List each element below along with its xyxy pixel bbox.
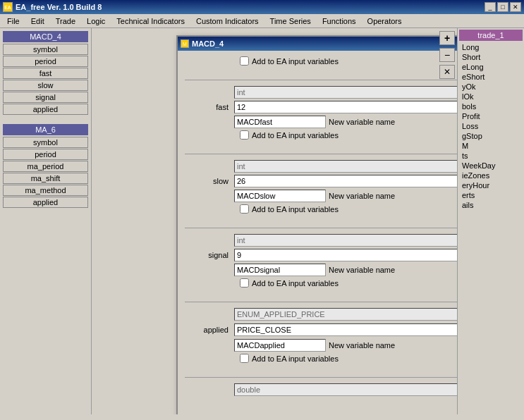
fast-type-row	[185, 86, 457, 99]
right-item-loss[interactable]: Loss	[459, 121, 523, 131]
right-item-iezones[interactable]: ieZones	[459, 171, 523, 180]
bottom-type-field	[234, 383, 457, 396]
fast-value-input[interactable]	[234, 101, 457, 113]
right-item-elong[interactable]: eLong	[459, 62, 523, 72]
fast-add-checkbox[interactable]	[240, 130, 249, 140]
applied-varname-row: New variable name	[185, 339, 457, 352]
right-item-m[interactable]: M	[459, 141, 523, 151]
fast-value-row: fast	[185, 101, 457, 113]
maximize-button[interactable]: □	[497, 2, 508, 12]
modal-title-bar: M MACD_4 _ □ ✕	[178, 37, 457, 51]
slow-section: slow New variable name Add	[185, 160, 457, 216]
signal-add-label: Add to EA input variables	[252, 279, 339, 288]
right-item-bols[interactable]: bols	[459, 101, 523, 111]
macd4-block-title: MACD_4	[3, 31, 88, 42]
ma6-ma_method[interactable]: ma_method	[3, 185, 88, 196]
menu-file[interactable]: File	[1, 16, 25, 27]
macd4-period[interactable]: period	[3, 56, 88, 67]
applied-select-input[interactable]	[234, 323, 457, 336]
applied-type-row	[185, 308, 457, 321]
slow-add-to-input-row: Add to EA input variables	[185, 204, 457, 214]
delete-button[interactable]: ✕	[439, 65, 455, 79]
menu-trade[interactable]: Trade	[50, 16, 81, 27]
signal-varname-row: New variable name	[185, 264, 457, 276]
right-item-lok[interactable]: lOk	[459, 92, 523, 101]
ma6-ma_shift[interactable]: ma_shift	[3, 173, 88, 184]
center-area: M MACD_4 _ □ ✕ Add to EA input variables	[92, 28, 457, 414]
macd4-slow[interactable]: slow	[3, 80, 88, 91]
applied-type-field	[234, 308, 457, 321]
right-item-profit[interactable]: Profit	[459, 111, 523, 121]
slow-add-checkbox[interactable]	[240, 204, 249, 214]
signal-add-checkbox[interactable]	[240, 278, 249, 288]
right-item-ails[interactable]: ails	[459, 200, 523, 210]
right-item-yok[interactable]: yOk	[459, 82, 523, 92]
macd4-fast[interactable]: fast	[3, 68, 88, 79]
signal-varname-group: New variable name	[234, 264, 457, 276]
macd4-symbol[interactable]: symbol	[3, 44, 88, 55]
right-item-eshort[interactable]: eShort	[459, 72, 523, 82]
applied-add-label: Add to EA input variables	[252, 354, 339, 363]
signal-value-row: signal	[185, 249, 457, 261]
menu-logic[interactable]: Logic	[81, 16, 111, 27]
macd4-applied[interactable]: applied	[3, 104, 88, 115]
slow-value-row: slow	[185, 175, 457, 187]
signal-varname-input[interactable]	[234, 264, 326, 276]
menu-technical[interactable]: Technical Indicators	[111, 16, 190, 27]
signal-add-to-input-row: Add to EA input variables	[185, 278, 457, 288]
right-panel-title: trade_1	[459, 30, 523, 41]
fast-new-var-label: New variable name	[329, 118, 395, 126]
signal-section: signal New variable name A	[185, 234, 457, 290]
divider-4	[185, 302, 457, 302]
fast-varname-input[interactable]	[234, 116, 326, 128]
menu-custom[interactable]: Custom Indicators	[190, 16, 264, 27]
ma6-symbol[interactable]: symbol	[3, 137, 88, 148]
fast-add-to-input-row: Add to EA input variables	[185, 130, 457, 140]
menu-bar: File Edit Trade Logic Technical Indicato…	[0, 14, 524, 28]
right-panel: trade_1 Long Short eLong eShort yOk lOk …	[457, 28, 524, 414]
divider-2	[185, 154, 457, 154]
applied-varname-group: New variable name	[234, 339, 457, 352]
top-add-checkbox[interactable]	[240, 56, 249, 66]
modal-icon: M	[181, 39, 189, 48]
menu-timeseries[interactable]: Time Series	[264, 16, 317, 27]
right-item-ts[interactable]: ts	[459, 151, 523, 161]
top-add-label: Add to EA input variables	[252, 57, 339, 66]
signal-label: signal	[185, 251, 234, 259]
menu-operators[interactable]: Operators	[362, 16, 408, 27]
fast-type-field	[234, 86, 457, 99]
right-item-eryhour[interactable]: eryHour	[459, 180, 523, 190]
right-item-long[interactable]: Long	[459, 42, 523, 52]
right-item-weekday[interactable]: WeekDay	[459, 161, 523, 171]
ma6-period[interactable]: period	[3, 149, 88, 160]
slow-varname-input[interactable]	[234, 190, 326, 202]
ma6-ma_period[interactable]: ma_period	[3, 161, 88, 172]
applied-add-checkbox[interactable]	[240, 354, 249, 363]
menu-functions[interactable]: Functions	[317, 16, 362, 27]
divider-1	[185, 80, 457, 80]
modal-macd4: M MACD_4 _ □ ✕ Add to EA input variables	[176, 35, 457, 414]
close-button[interactable]: ✕	[510, 2, 521, 12]
right-item-gstop[interactable]: gStop	[459, 131, 523, 141]
fast-section: fast New variable name Add	[185, 86, 457, 142]
menu-edit[interactable]: Edit	[25, 16, 50, 27]
macd4-signal[interactable]: signal	[3, 92, 88, 103]
add-button[interactable]: +	[439, 31, 455, 45]
signal-type-field	[234, 234, 457, 247]
slow-value-input[interactable]	[234, 175, 457, 187]
slow-type-row	[185, 160, 457, 173]
signal-value-input[interactable]	[234, 249, 457, 261]
slow-add-label: Add to EA input variables	[252, 205, 339, 214]
remove-button[interactable]: −	[439, 48, 455, 62]
right-item-erts[interactable]: erts	[459, 190, 523, 200]
ma6-applied[interactable]: applied	[3, 197, 88, 208]
title-bar: EA EA_free Ver. 1.0 Build 8 _ □ ✕	[0, 0, 524, 14]
slow-label: slow	[185, 177, 234, 185]
modal-title: MACD_4	[192, 39, 224, 48]
applied-varname-input[interactable]	[234, 339, 326, 352]
right-item-short[interactable]: Short	[459, 52, 523, 62]
left-panel: MACD_4 symbol period fast slow signal ap…	[0, 28, 92, 414]
minimize-button[interactable]: _	[485, 2, 496, 12]
slow-varname-row: New variable name	[185, 190, 457, 202]
top-add-to-input-row: Add to EA input variables	[185, 56, 457, 66]
